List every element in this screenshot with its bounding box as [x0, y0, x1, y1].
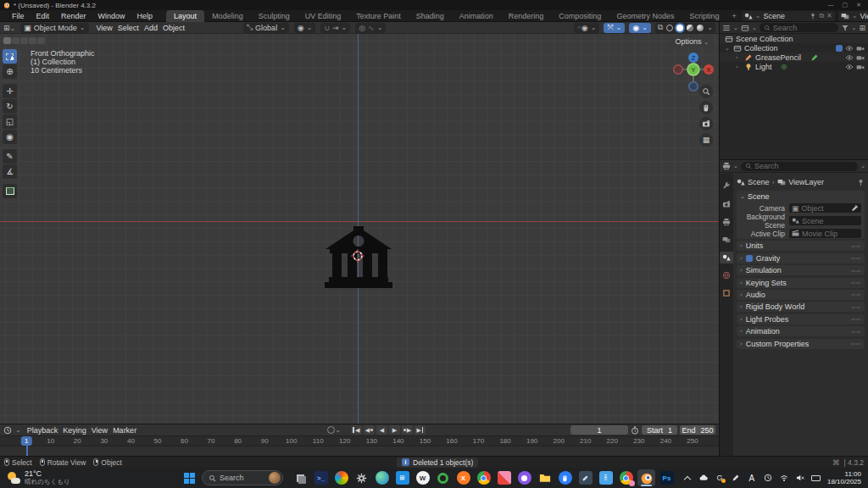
tray-chevron-up-icon[interactable] — [682, 473, 693, 483]
select-mode-options[interactable] — [3, 37, 45, 44]
menu-file[interactable]: File — [7, 11, 30, 21]
pen-icon[interactable] — [731, 473, 741, 483]
add-cube-tool[interactable] — [3, 184, 17, 198]
viewport-menu-select[interactable]: Select — [115, 24, 142, 32]
minimize-button[interactable]: — — [828, 2, 834, 8]
close-button[interactable]: ✕ — [856, 2, 861, 8]
proportional-editing-toggle[interactable]: ◎∿⌄ — [355, 23, 386, 33]
timeline-menu-playback[interactable]: Playback — [25, 426, 61, 435]
workspace-tab-uv-editing[interactable]: UV Editing — [298, 10, 349, 22]
menu-render[interactable]: Render — [56, 11, 92, 21]
xray-toggle[interactable]: ⧉ — [658, 23, 663, 32]
new-collection-icon[interactable]: ⊞ — [859, 24, 865, 32]
menu-edit[interactable]: Edit — [31, 11, 55, 21]
pivot-point-selector[interactable]: ◉⌄ — [294, 23, 316, 33]
collapse-caret-icon[interactable]: › — [740, 280, 743, 286]
play-reverse-button[interactable]: ◀ — [376, 425, 387, 435]
outliner-row-greasepencil[interactable]: › GreasePencil — [720, 53, 868, 62]
outliner-search-input[interactable]: Search — [760, 23, 838, 32]
tab-output[interactable] — [720, 216, 733, 228]
tab-view-layer[interactable] — [720, 234, 733, 246]
drag-handle[interactable]: ══ — [851, 255, 861, 261]
viewport-canvas[interactable]: Front Orthographic (1) Collection 10 Cen… — [0, 34, 719, 424]
perspective-toggle-button[interactable]: ▦ — [699, 133, 713, 147]
gravity-checkbox[interactable] — [746, 255, 753, 262]
store-taskbar-icon[interactable]: ⊞ — [393, 469, 411, 486]
green-ring-taskbar-icon[interactable] — [434, 469, 452, 486]
onedrive-cloud-icon[interactable] — [698, 473, 709, 483]
panel-rigid-body-world[interactable]: ›Rigid Body World══ — [737, 302, 865, 312]
panel-keying-sets[interactable]: ›Keying Sets══ — [737, 278, 865, 288]
cursor-tool[interactable]: ⊕ — [3, 64, 17, 79]
disable-render-icon[interactable] — [856, 53, 865, 62]
xampp-taskbar-icon[interactable]: X — [454, 469, 472, 486]
chrome-taskbar-icon[interactable] — [475, 469, 492, 486]
transform-orientation[interactable]: ⤡ Global ⌄ — [243, 23, 289, 33]
pin-icon[interactable] — [857, 179, 865, 186]
start-button[interactable] — [181, 470, 197, 485]
timeline-menu-marker[interactable]: Marker — [110, 426, 139, 435]
hide-eye-icon[interactable] — [845, 53, 854, 62]
tab-tool[interactable] — [720, 180, 733, 192]
snapping-toggle[interactable]: ∪⇥⌄ — [320, 23, 350, 33]
panel-units[interactable]: ›Units══ — [737, 241, 865, 251]
collapse-caret-icon[interactable]: › — [740, 341, 743, 347]
new-scene-icon[interactable]: ⧉ — [819, 12, 824, 20]
timeline-menu-keying[interactable]: Keying — [60, 426, 89, 435]
zoom-view-button[interactable] — [699, 85, 713, 98]
filter-dropdown-icon[interactable]: ⌄ — [860, 163, 865, 169]
outliner-row-light[interactable]: › Light ◎ — [720, 62, 868, 71]
viewport-options-dropdown[interactable]: Options ⌄ — [670, 36, 714, 47]
scene-panel-header[interactable]: ⌄Scene — [737, 191, 865, 202]
photos-taskbar-icon[interactable] — [495, 469, 513, 486]
tab-render[interactable] — [720, 198, 733, 210]
explorer-taskbar-icon[interactable] — [536, 469, 554, 486]
show-overlays-toggle[interactable]: ◉⌄ — [629, 23, 651, 33]
add-workspace-button[interactable]: + — [726, 10, 741, 22]
viewport-3d[interactable]: ⊞⌄ ▣ Object Mode ⌄ ViewSelectAddObject ⤡… — [0, 22, 719, 424]
copilot-taskbar-icon[interactable] — [332, 469, 350, 486]
workspace-tab-scripting[interactable]: Scripting — [682, 10, 726, 22]
current-frame-marker[interactable]: 1 — [21, 436, 31, 446]
drag-handle[interactable]: ══ — [851, 341, 861, 347]
outliner-row-scene-collection[interactable]: Scene Collection — [720, 34, 868, 43]
outliner-row-collection[interactable]: ⌄ Collection — [720, 43, 868, 53]
terminal-taskbar-icon[interactable]: >_ — [312, 469, 330, 486]
recorder-icon[interactable]: G — [715, 473, 725, 483]
hide-eye-icon[interactable] — [845, 44, 854, 53]
github-taskbar-icon[interactable] — [515, 469, 533, 486]
shading-rendered-button[interactable] — [697, 25, 704, 31]
drag-handle[interactable]: ══ — [851, 280, 861, 286]
maximize-button[interactable]: ▢ — [843, 2, 849, 8]
filter-icon[interactable] — [841, 24, 849, 32]
workspace-tab-texture-paint[interactable]: Texture Paint — [348, 10, 409, 22]
stopwatch-icon[interactable] — [631, 426, 639, 435]
eyedropper-icon[interactable] — [851, 204, 859, 212]
play-button[interactable]: ▶ — [389, 425, 400, 435]
workspace-tab-rendering[interactable]: Rendering — [501, 10, 552, 22]
show-gizmo-toggle[interactable]: ⤧⌄ — [604, 23, 625, 33]
workspace-tab-layout[interactable]: Layout — [166, 10, 204, 22]
background-scene-field[interactable]: Scene — [789, 216, 861, 225]
expand-caret-icon[interactable]: ⌄ — [725, 45, 731, 52]
breadcrumb-scene[interactable]: Scene — [748, 178, 770, 186]
collapse-caret-icon[interactable]: › — [740, 291, 743, 298]
start-frame-field[interactable]: Start1 — [642, 425, 677, 435]
active-clip-field[interactable]: Movie Clip — [789, 229, 861, 238]
timeline-menu-view[interactable]: View — [89, 426, 110, 435]
outliner-display-mode-icon[interactable] — [741, 24, 749, 32]
scene-name[interactable]: Scene — [763, 12, 807, 20]
current-frame-field[interactable]: 1 — [570, 425, 628, 435]
move-tool[interactable]: ✛ — [3, 84, 17, 98]
viewlayer-selector[interactable]: ⌄ ViewLayer ⧉ ✕ — [838, 11, 868, 21]
drag-handle[interactable]: ══ — [851, 291, 861, 297]
collapse-caret-icon[interactable]: › — [736, 54, 742, 61]
battery-icon[interactable] — [811, 473, 821, 483]
annotate-tool[interactable]: ✎ — [3, 149, 17, 164]
outliner-editor-icon[interactable] — [722, 24, 731, 32]
collection-checkbox[interactable] — [836, 45, 843, 52]
camera-field[interactable]: ▣ Object — [789, 203, 861, 213]
workspace-tab-shading[interactable]: Shading — [409, 10, 452, 22]
chevron-down-icon[interactable]: ⌄ — [707, 24, 713, 31]
workspace-tab-geometry-nodes[interactable]: Geometry Nodes — [609, 10, 682, 22]
